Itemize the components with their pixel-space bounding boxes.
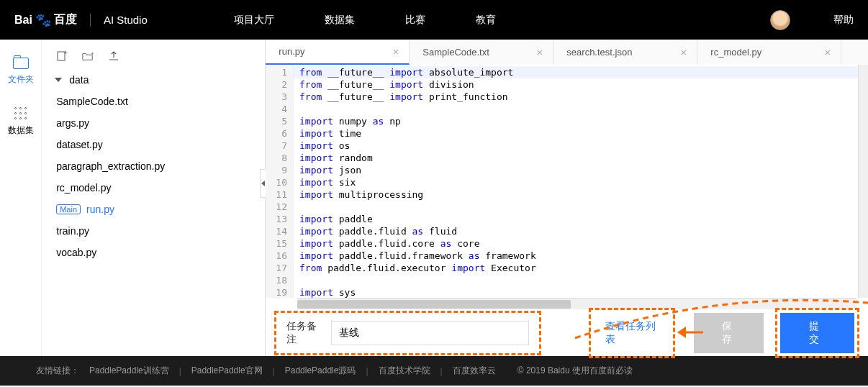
tree-folder-data[interactable]: data: [42, 69, 265, 91]
close-icon[interactable]: ×: [393, 45, 399, 58]
view-task-list-link[interactable]: 查看任务列表: [589, 308, 676, 358]
main-nav: 项目大厅 数据集 比赛 教育: [234, 14, 496, 27]
tree-file[interactable]: dataset.py: [42, 134, 265, 155]
footer-prefix: 友情链接：: [36, 365, 79, 377]
folder-icon: [13, 58, 29, 69]
tree-file[interactable]: rc_model.py: [42, 177, 265, 199]
close-icon[interactable]: ×: [681, 46, 687, 58]
bottom-bar: 任务备注 查看任务列表 保 存 提 交: [266, 309, 868, 356]
logo-area: Bai🐾百度 AI Studio: [14, 12, 148, 28]
save-button[interactable]: 保 存: [694, 313, 763, 353]
nav-competitions[interactable]: 比赛: [405, 14, 425, 27]
code-area[interactable]: 123456789101112131415161718192021222324 …: [266, 65, 868, 298]
rail-files[interactable]: 文件夹: [8, 58, 34, 86]
line-gutter: 123456789101112131415161718192021222324: [266, 65, 294, 298]
footer-copyright: © 2019 Baidu 使用百度前必读: [517, 365, 633, 377]
file-tree: + + data SampleCode.txt args.py dataset.…: [42, 40, 265, 356]
upload-icon[interactable]: [108, 50, 119, 62]
code-content[interactable]: from __future__ import absolute_importfr…: [294, 65, 868, 298]
nav-datasets[interactable]: 数据集: [325, 14, 355, 27]
horizontal-scrollbar[interactable]: [297, 298, 856, 309]
editor: run.py×SampleCode.txt×search.test.json×r…: [265, 40, 868, 356]
new-file-icon[interactable]: +: [56, 50, 68, 62]
nav-education[interactable]: 教育: [476, 14, 496, 27]
footer-link[interactable]: PaddlePaddle训练营: [89, 365, 169, 377]
tree-file[interactable]: vocab.py: [42, 242, 265, 263]
editor-tab[interactable]: rc_model.py×: [697, 40, 841, 65]
remark-label: 任务备注: [286, 320, 322, 346]
user-avatar[interactable]: [770, 10, 790, 30]
main-badge: Main: [56, 204, 81, 214]
studio-label: AI Studio: [104, 14, 148, 26]
submit-box: 提 交: [775, 308, 859, 358]
editor-tab[interactable]: SampleCode.txt×: [410, 40, 553, 65]
paw-icon: 🐾: [35, 12, 51, 28]
baidu-logo[interactable]: Bai🐾百度: [14, 12, 77, 28]
grid-icon: [14, 107, 27, 120]
editor-tab[interactable]: search.test.json×: [553, 40, 697, 65]
vertical-scrollbar[interactable]: [858, 65, 868, 298]
nav-projects[interactable]: 项目大厅: [234, 14, 274, 27]
tree-file[interactable]: SampleCode.txt: [42, 91, 265, 112]
footer-link[interactable]: 百度效率云: [453, 365, 496, 377]
editor-tab[interactable]: run.py×: [266, 40, 410, 65]
footer: 友情链接： PaddlePaddle训练营| PaddlePaddle官网| P…: [0, 356, 868, 386]
collapse-sidebar-handle[interactable]: [260, 169, 266, 198]
left-rail: 文件夹 数据集: [0, 40, 42, 356]
remark-input[interactable]: [331, 321, 529, 345]
tree-file[interactable]: paragraph_extraction.py: [42, 155, 265, 177]
footer-link[interactable]: 百度技术学院: [379, 365, 430, 377]
rail-datasets[interactable]: 数据集: [8, 107, 34, 137]
tree-file[interactable]: args.py: [42, 112, 265, 134]
help-link[interactable]: 帮助: [833, 14, 854, 27]
svg-text:+: +: [91, 51, 94, 57]
footer-link[interactable]: PaddlePaddle官网: [191, 365, 263, 377]
close-icon[interactable]: ×: [537, 46, 543, 58]
close-icon[interactable]: ×: [825, 46, 831, 58]
tree-file[interactable]: train.py: [42, 220, 265, 242]
editor-tabs: run.py×SampleCode.txt×search.test.json×r…: [266, 40, 868, 65]
submit-button[interactable]: 提 交: [780, 313, 854, 353]
svg-text:+: +: [64, 50, 68, 56]
new-folder-icon[interactable]: +: [82, 50, 94, 62]
remark-box: 任务备注: [274, 311, 541, 355]
footer-link[interactable]: PaddlePaddle源码: [285, 365, 356, 377]
top-header: Bai🐾百度 AI Studio 项目大厅 数据集 比赛 教育 帮助: [0, 0, 868, 40]
tree-file-active[interactable]: Main run.py: [42, 199, 265, 220]
